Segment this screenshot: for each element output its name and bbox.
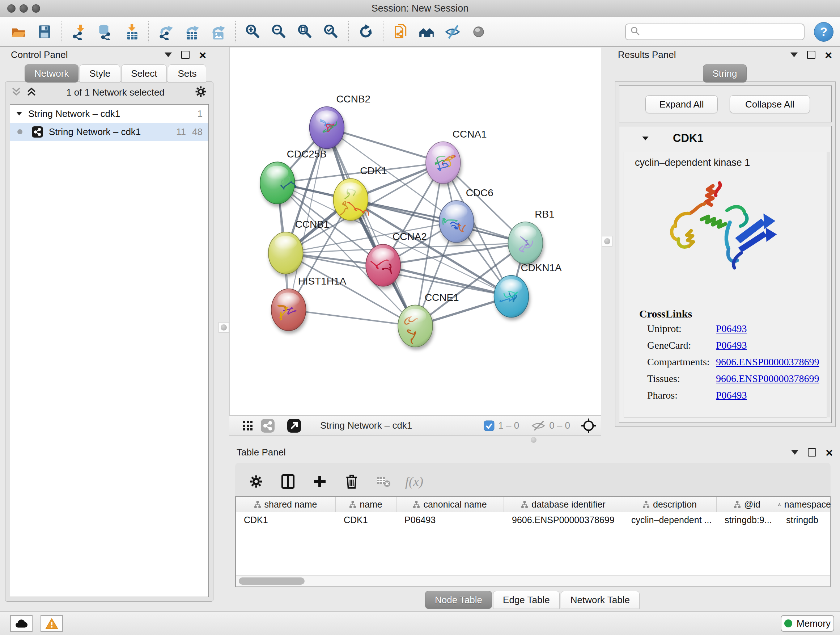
show-columns-icon[interactable] <box>280 473 296 489</box>
crosslink-link[interactable]: 9606.ENSP00000378699 <box>716 373 819 385</box>
tab-sets[interactable]: Sets <box>168 65 206 82</box>
tab-node-table[interactable]: Node Table <box>425 591 492 609</box>
splitter-handle[interactable] <box>531 437 537 443</box>
table-cell[interactable]: stringdb:9... <box>717 512 778 527</box>
panel-menu-caret-icon[interactable] <box>790 52 798 57</box>
tab-edge-table[interactable]: Edge Table <box>493 591 560 609</box>
node-CCNB2[interactable]: CCNB2 <box>309 93 371 149</box>
open-session-icon[interactable] <box>8 21 29 42</box>
edge-CCNB2-CCNA1[interactable] <box>327 128 443 163</box>
grid-view-icon[interactable] <box>243 421 253 431</box>
tab-style[interactable]: Style <box>80 65 120 82</box>
birdseye-crosshair-icon[interactable] <box>581 418 596 433</box>
gear-icon[interactable] <box>194 85 207 100</box>
panel-close-icon[interactable]: × <box>826 448 833 456</box>
crosslink-link[interactable]: 9606.ENSP00000378699 <box>716 356 819 368</box>
refresh-icon[interactable] <box>355 21 376 42</box>
gene-section-header[interactable]: CDK1 <box>619 126 831 150</box>
column-header--id[interactable]: @id <box>717 497 778 512</box>
panel-menu-caret-icon[interactable] <box>164 52 172 57</box>
import-table-icon[interactable] <box>121 21 142 42</box>
warning-button[interactable] <box>41 615 63 632</box>
document-share-icon[interactable] <box>390 21 411 42</box>
tree-expand-caret-icon[interactable] <box>16 111 22 116</box>
hidden-glasses-icon[interactable] <box>531 420 546 431</box>
table-cell[interactable]: CDK1 <box>336 512 396 527</box>
results-scrollbar[interactable] <box>827 152 830 417</box>
search-box[interactable] <box>625 24 805 40</box>
hide-glasses-icon[interactable] <box>442 21 463 42</box>
export-network-icon[interactable] <box>156 21 177 42</box>
share-view-icon[interactable] <box>261 418 275 433</box>
tab-network[interactable]: Network <box>25 65 79 82</box>
function-builder-icon[interactable]: f(x) <box>405 474 423 489</box>
import-network-icon[interactable] <box>69 21 90 42</box>
panel-float-icon[interactable] <box>808 448 816 456</box>
edge-CCNB2-CCNE1[interactable] <box>327 128 415 326</box>
memory-button[interactable]: Memory <box>781 615 834 632</box>
table-hscrollbar[interactable] <box>236 575 830 586</box>
node-CDC6[interactable]: CDC6 <box>439 187 493 242</box>
panel-float-icon[interactable] <box>181 51 189 59</box>
expand-all-button[interactable]: Expand All <box>645 95 718 113</box>
node-CCNA1[interactable]: CCNA1 <box>426 128 487 184</box>
network-canvas[interactable]: CCNB2CCNA1CDC25BCDK1CDC6RB1CCNB1CCNA2CDK… <box>229 47 601 416</box>
export-table-icon[interactable] <box>182 21 202 42</box>
table-gear-icon[interactable] <box>248 473 264 489</box>
network-tree: String Network – cdk1 1 String Network –… <box>10 104 209 597</box>
splitter-handle[interactable] <box>602 236 613 247</box>
delete-column-icon[interactable] <box>344 473 360 489</box>
column-header-canonical-name[interactable]: canonical name <box>396 497 504 512</box>
panel-float-icon[interactable] <box>807 51 815 59</box>
string-homes-icon[interactable] <box>416 21 437 42</box>
node-CCNE1[interactable]: CCNE1 <box>398 292 459 347</box>
panel-menu-caret-icon[interactable] <box>791 450 798 455</box>
table-cell[interactable]: stringdb <box>778 512 831 527</box>
node-RB1[interactable]: RB1 <box>508 209 554 264</box>
table-cell[interactable]: 9606.ENSP00000378699 <box>504 512 623 527</box>
delete-table-icon[interactable] <box>376 473 392 489</box>
node-CDKN1A[interactable]: CDKN1A <box>494 262 562 318</box>
collapse-all-button[interactable]: Collapse All <box>729 95 810 113</box>
column-header-shared-name[interactable]: shared name <box>236 497 336 512</box>
zoom-out-icon[interactable] <box>268 21 289 42</box>
zoom-fit-icon[interactable] <box>294 21 316 42</box>
search-input[interactable] <box>644 26 804 38</box>
network-collection-row[interactable]: String Network – cdk1 1 <box>10 105 208 123</box>
show-eye-icon[interactable] <box>468 21 489 42</box>
section-collapse-caret-icon[interactable] <box>642 136 649 141</box>
network-row[interactable]: String Network – cdk1 11 48 <box>10 123 208 141</box>
table-cell[interactable]: CDK1 <box>236 512 336 527</box>
cloud-button[interactable] <box>10 615 33 632</box>
external-link-icon[interactable] <box>287 418 302 433</box>
crosslink-link[interactable]: P06493 <box>716 390 747 401</box>
export-image-icon[interactable] <box>208 21 229 42</box>
splitter-handle[interactable] <box>218 322 229 333</box>
column-header-name[interactable]: name <box>336 497 396 512</box>
column-header-description[interactable]: description <box>623 497 717 512</box>
table-hscrollbar-thumb[interactable] <box>239 578 305 585</box>
add-column-icon[interactable] <box>312 473 328 489</box>
collapse-all-icon[interactable] <box>11 87 21 98</box>
column-header-database-identifier[interactable]: database identifier <box>504 497 623 512</box>
help-icon[interactable]: ? <box>814 22 834 42</box>
edge-HIST1H1A-CCNE1[interactable] <box>289 310 415 326</box>
zoom-in-icon[interactable] <box>242 21 264 42</box>
tab-network-table[interactable]: Network Table <box>561 591 639 609</box>
panel-close-icon[interactable]: × <box>199 51 206 59</box>
node-HIST1H1A[interactable]: HIST1H1A <box>271 276 347 331</box>
table-cell[interactable]: cyclin–dependent ... <box>623 512 717 527</box>
import-database-icon[interactable] <box>95 21 116 42</box>
zoom-selected-icon[interactable] <box>321 21 341 42</box>
expand-all-icon[interactable] <box>27 87 36 98</box>
table-row[interactable]: CDK1CDK1P064939606.ENSP00000378699cyclin… <box>236 512 830 527</box>
selected-checkbox-icon[interactable] <box>484 420 494 431</box>
column-header-namespace[interactable]: namespace <box>778 497 831 512</box>
panel-close-icon[interactable]: × <box>825 51 832 59</box>
tab-select[interactable]: Select <box>121 65 167 82</box>
tab-string[interactable]: String <box>703 65 747 82</box>
table-cell[interactable]: P06493 <box>396 512 504 527</box>
save-session-icon[interactable] <box>34 21 55 42</box>
crosslink-link[interactable]: P06493 <box>716 340 747 351</box>
crosslink-link[interactable]: P06493 <box>716 323 747 334</box>
